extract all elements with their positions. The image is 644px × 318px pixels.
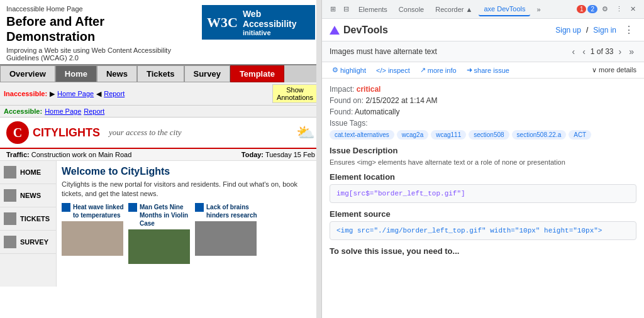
dt-tab-recorder[interactable]: Recorder ▲: [430, 3, 477, 16]
prev-arrow-btn[interactable]: ▶: [50, 90, 55, 98]
page-title: Before and After Demonstration: [6, 14, 196, 44]
issue-prev-btn[interactable]: ‹: [580, 45, 588, 58]
sidebar-item-news[interactable]: NEWS: [0, 184, 56, 207]
show-annotations-btn[interactable]: ShowAnnotations: [272, 84, 318, 103]
tag-4: section508.22.a: [512, 130, 567, 140]
news-item-1: Man Gets Nine Months in Violin Case: [128, 203, 191, 264]
issue-banner: Images must have alternate text ‹ ‹ 1 of…: [322, 41, 644, 62]
inaccessible-label: Inaccessible Home Page: [6, 5, 196, 13]
right-panel: ⊞ ⊟ Elements Console Recorder ▲ axe DevT…: [322, 0, 644, 318]
page-subtitle: Improving a Web site using Web Content A…: [6, 47, 196, 62]
tickets-icon: [4, 212, 16, 225]
issue-first-btn[interactable]: ‹: [569, 45, 577, 58]
highlight-label: highlight: [340, 67, 366, 74]
w3c-header: Inaccessible Home Page Before and After …: [0, 0, 321, 64]
sidebar-home-label: HOME: [20, 168, 41, 176]
news-item-header-2: Lack of brains hinders research: [195, 203, 258, 219]
tab-overview[interactable]: Overview: [0, 65, 55, 82]
show-annotations-col: ShowAnnotations: [269, 82, 321, 105]
more-info-label: more info: [428, 67, 457, 74]
found-on-row: Found on: 2/15/2022 at 1:14 AM: [330, 96, 636, 105]
dt-more-btn[interactable]: ⋮: [613, 3, 626, 15]
found-row: Found: Automatically: [330, 107, 636, 116]
signin-link[interactable]: Sign in: [593, 26, 616, 35]
inaccessible-report-link[interactable]: Report: [104, 90, 125, 97]
action-row: ⚙ highlight </> inspect ↗ more info ➜ sh…: [322, 62, 644, 79]
news-thumb-0: [62, 221, 123, 256]
dt-tab-elements[interactable]: Elements: [353, 3, 392, 16]
news-thumb-1: [128, 229, 190, 264]
sidebar-survey-label: SURVEY: [20, 238, 48, 246]
inaccessible-col: Inaccessible: ▶ Home Page ◀ Report: [0, 82, 128, 105]
dt-tab-console[interactable]: Console: [394, 3, 429, 16]
tag-5: ACT: [569, 130, 591, 140]
survey-icon: [4, 236, 16, 248]
issue-next-btn[interactable]: ›: [616, 45, 625, 58]
cl-name: CITYLIGHTS: [33, 126, 100, 140]
w3c-logo: W3C Web Accessibility initiative: [202, 5, 315, 40]
dt-tab-axe[interactable]: axe DevTools: [479, 3, 530, 16]
news-grid: Heat wave linked to temperatures Man Get…: [62, 203, 316, 264]
accessible-col: Accessible: Home Page Report: [0, 106, 108, 117]
dt-icon-right[interactable]: ⊟: [340, 3, 352, 15]
tab-news[interactable]: News: [97, 65, 137, 82]
accessible-home-link[interactable]: Home Page: [45, 107, 81, 115]
element-source-code: <img src="./img/border_left_top.gif" wid…: [330, 221, 636, 240]
share-issue-btn[interactable]: ➜ share issue: [464, 65, 512, 75]
header-divider: /: [586, 26, 588, 35]
today-label: Today:: [242, 151, 264, 158]
tab-tickets[interactable]: Tickets: [137, 65, 184, 82]
next-arrow-btn[interactable]: ◀: [96, 90, 101, 98]
axe-logo-text: DevTools: [343, 25, 388, 36]
cl-weather-icon: ⛅: [296, 124, 315, 141]
sidebar-news-label: NEWS: [20, 192, 41, 199]
issue-nav: ‹ ‹ 1 of 33 › »: [569, 45, 636, 58]
highlight-btn[interactable]: ⚙ highlight: [330, 65, 369, 75]
signup-link[interactable]: Sign up: [555, 26, 581, 35]
tab-template[interactable]: Template: [230, 65, 284, 82]
found-label: Found:: [330, 107, 353, 116]
cl-main: Welcome to CityLights Citylights is the …: [57, 161, 321, 287]
tag-1: wcag2a: [397, 130, 428, 140]
tab-home[interactable]: Home: [55, 65, 97, 82]
nav-tabs: Overview Home News Tickets Survey Templa…: [0, 64, 321, 82]
inspect-label: inspect: [388, 67, 410, 74]
inaccessible-row: Inaccessible: ▶ Home Page ◀ Report ShowA…: [0, 82, 321, 106]
axe-header: DevTools Sign up / Sign in ⋮: [322, 19, 644, 41]
dt-tab-more[interactable]: »: [531, 3, 545, 16]
element-source-code-text: <img src="./img/border_left_top.gif" wid…: [336, 227, 602, 234]
scroll-bar[interactable]: [316, 0, 321, 318]
today-info: Today: Tuesday 15 Feb: [242, 151, 315, 158]
inspect-btn[interactable]: </> inspect: [374, 65, 413, 75]
element-source-title: Element source: [330, 209, 636, 219]
accessible-report-link[interactable]: Report: [84, 107, 104, 115]
tag-3: section508: [469, 130, 509, 140]
issue-details[interactable]: Impact: critical Found on: 2/15/2022 at …: [322, 79, 644, 318]
axe-more-btn[interactable]: ⋮: [621, 23, 636, 37]
more-info-btn[interactable]: ↗ more info: [418, 65, 459, 75]
dt-settings-btn[interactable]: ⚙: [599, 3, 611, 15]
citylights-banner: C CITYLIGHTS your access to the city ⛅: [0, 118, 321, 149]
issue-tags-label: Issue Tags:: [330, 119, 367, 128]
sidebar-item-survey[interactable]: SURVEY: [0, 231, 56, 254]
dt-icon-left[interactable]: ⊞: [327, 3, 339, 15]
solve-title: To solve this issue, you need to...: [330, 246, 636, 256]
found-value: Automatically: [355, 107, 399, 116]
citylights-body: HOME NEWS TICKETS SURVEY Welcome to City…: [0, 161, 321, 287]
badge-red: 1: [577, 5, 587, 13]
initiative-label: initiative: [243, 29, 310, 36]
impact-row: Impact: critical: [330, 85, 636, 94]
tab-survey[interactable]: Survey: [184, 65, 230, 82]
found-on-label: Found on:: [330, 96, 364, 105]
inaccessible-label-tag: Inaccessible:: [4, 90, 47, 97]
news-thumb-2: [195, 221, 257, 256]
more-details-btn[interactable]: ∨ more details: [592, 66, 636, 74]
badge-blue: 2: [587, 5, 597, 13]
issue-last-btn[interactable]: »: [626, 45, 636, 58]
home-icon: [4, 166, 16, 178]
issue-description-title: Issue Description: [330, 146, 636, 155]
inaccessible-home-link[interactable]: Home Page: [57, 90, 94, 97]
sidebar-item-home[interactable]: HOME: [0, 161, 56, 184]
sidebar-item-tickets[interactable]: TICKETS: [0, 207, 56, 231]
dt-close-btn[interactable]: ✕: [627, 3, 639, 15]
